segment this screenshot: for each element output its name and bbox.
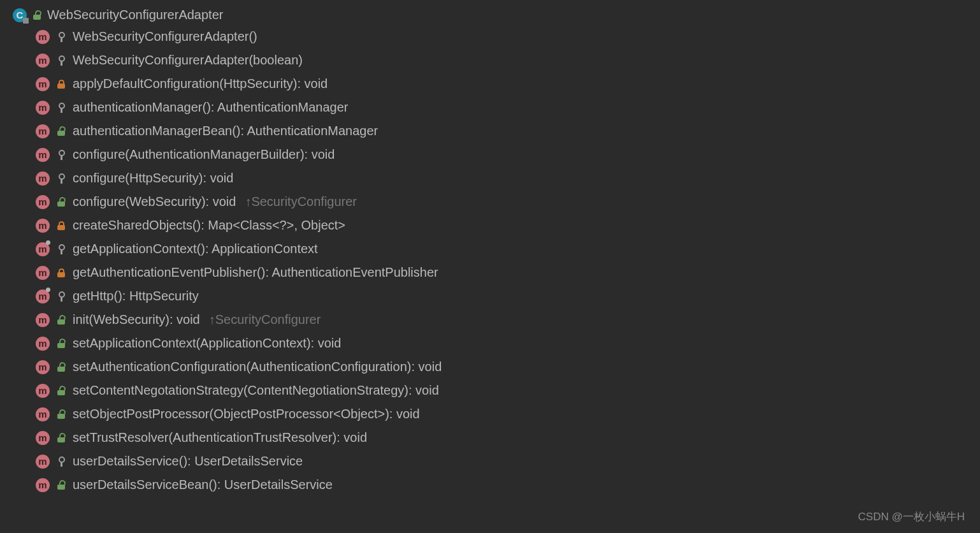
open-lock-icon bbox=[56, 408, 66, 421]
closed-lock-icon bbox=[56, 78, 66, 91]
method-icon: m bbox=[36, 54, 50, 68]
override-indicator: ↑SecurityConfigurer bbox=[245, 194, 357, 209]
key-icon bbox=[56, 290, 66, 303]
structure-member-row[interactable]: mapplyDefaultConfiguration(HttpSecurity)… bbox=[0, 72, 980, 96]
watermark: CSDN @一枚小蜗牛H bbox=[858, 509, 965, 524]
member-signature: setApplicationContext(ApplicationContext… bbox=[73, 336, 341, 351]
open-lock-icon bbox=[56, 196, 66, 208]
open-lock-icon bbox=[56, 125, 66, 138]
structure-member-row[interactable]: msetTrustResolver(AuthenticationTrustRes… bbox=[0, 426, 980, 449]
method-icon: m bbox=[36, 407, 50, 421]
structure-member-row[interactable]: msetAuthenticationConfiguration(Authenti… bbox=[0, 355, 980, 379]
structure-member-row[interactable]: mgetAuthenticationEventPublisher(): Auth… bbox=[0, 261, 980, 284]
method-icon: m bbox=[36, 266, 50, 280]
structure-member-row[interactable]: minit(WebSecurity): void↑SecurityConfigu… bbox=[0, 308, 980, 332]
class-icon: C bbox=[13, 8, 27, 22]
structure-member-row[interactable]: mconfigure(AuthenticationManagerBuilder)… bbox=[0, 143, 980, 166]
method-icon: m bbox=[36, 219, 50, 233]
method-icon: m bbox=[36, 337, 50, 351]
method-icon: m bbox=[36, 77, 50, 91]
structure-member-row[interactable]: msetApplicationContext(ApplicationContex… bbox=[0, 332, 980, 355]
structure-member-row[interactable]: mWebSecurityConfigurerAdapter(boolean) bbox=[0, 48, 980, 72]
class-name: WebSecurityConfigurerAdapter bbox=[47, 8, 223, 22]
open-lock-icon bbox=[56, 314, 66, 326]
member-signature: applyDefaultConfiguration(HttpSecurity):… bbox=[73, 77, 328, 91]
member-signature: setTrustResolver(AuthenticationTrustReso… bbox=[73, 430, 367, 445]
method-icon: m bbox=[36, 242, 50, 256]
member-signature: init(WebSecurity): void bbox=[73, 312, 200, 327]
member-signature: setAuthenticationConfiguration(Authentic… bbox=[73, 360, 442, 374]
key-icon bbox=[56, 243, 66, 256]
structure-member-row[interactable]: mauthenticationManager(): Authentication… bbox=[0, 96, 980, 119]
member-signature: WebSecurityConfigurerAdapter() bbox=[73, 29, 257, 44]
member-signature: userDetailsServiceBean(): UserDetailsSer… bbox=[73, 478, 333, 492]
method-icon: m bbox=[36, 478, 50, 492]
open-lock-icon bbox=[56, 384, 66, 397]
override-indicator: ↑SecurityConfigurer bbox=[209, 312, 321, 327]
structure-member-row[interactable]: mgetHttp(): HttpSecurity bbox=[0, 284, 980, 308]
member-signature: setObjectPostProcessor(ObjectPostProcess… bbox=[73, 407, 420, 421]
method-icon: m bbox=[36, 431, 50, 445]
closed-lock-icon bbox=[56, 266, 66, 279]
member-signature: configure(WebSecurity): void bbox=[73, 194, 236, 209]
method-icon: m bbox=[36, 124, 50, 138]
method-icon: m bbox=[36, 101, 50, 115]
method-icon: m bbox=[36, 172, 50, 186]
open-lock-icon bbox=[56, 432, 66, 444]
key-icon bbox=[56, 455, 66, 468]
open-lock-icon bbox=[56, 337, 66, 350]
member-signature: configure(HttpSecurity): void bbox=[73, 171, 233, 186]
member-signature: configure(AuthenticationManagerBuilder):… bbox=[73, 147, 335, 162]
member-signature: WebSecurityConfigurerAdapter(boolean) bbox=[73, 53, 303, 68]
method-icon: m bbox=[36, 30, 50, 44]
member-signature: getAuthenticationEventPublisher(): Authe… bbox=[73, 265, 438, 280]
structure-member-row[interactable]: mWebSecurityConfigurerAdapter() bbox=[0, 25, 980, 48]
structure-member-row[interactable]: mconfigure(WebSecurity): void↑SecurityCo… bbox=[0, 190, 980, 214]
method-icon: m bbox=[36, 360, 50, 374]
member-signature: userDetailsService(): UserDetailsService bbox=[73, 454, 303, 469]
key-icon bbox=[56, 172, 66, 185]
key-icon bbox=[56, 31, 66, 43]
structure-member-row[interactable]: mgetApplicationContext(): ApplicationCon… bbox=[0, 237, 980, 261]
method-icon: m bbox=[36, 313, 50, 327]
key-icon bbox=[56, 101, 66, 114]
structure-member-row[interactable]: muserDetailsServiceBean(): UserDetailsSe… bbox=[0, 473, 980, 497]
member-signature: authenticationManager(): AuthenticationM… bbox=[73, 100, 349, 115]
structure-member-row[interactable]: mcreateSharedObjects(): Map<Class<?>, Ob… bbox=[0, 214, 980, 237]
member-signature: setContentNegotationStrategy(ContentNego… bbox=[73, 383, 439, 398]
method-icon: m bbox=[36, 384, 50, 398]
member-signature: getHttp(): HttpSecurity bbox=[73, 289, 199, 303]
key-icon bbox=[56, 54, 66, 67]
open-lock-icon bbox=[56, 361, 66, 374]
member-signature: createSharedObjects(): Map<Class<?>, Obj… bbox=[73, 218, 345, 233]
closed-lock-icon bbox=[56, 219, 66, 232]
class-header[interactable]: C WebSecurityConfigurerAdapter bbox=[0, 5, 980, 25]
structure-member-row[interactable]: msetObjectPostProcessor(ObjectPostProces… bbox=[0, 402, 980, 426]
structure-member-row[interactable]: muserDetailsService(): UserDetailsServic… bbox=[0, 449, 980, 473]
key-icon bbox=[56, 149, 66, 161]
open-lock-icon bbox=[56, 479, 66, 492]
method-icon: m bbox=[36, 289, 50, 303]
open-lock-icon bbox=[32, 9, 42, 22]
method-icon: m bbox=[36, 148, 50, 162]
member-signature: getApplicationContext(): ApplicationCont… bbox=[73, 242, 318, 256]
structure-member-row[interactable]: mauthenticationManagerBean(): Authentica… bbox=[0, 119, 980, 143]
structure-member-row[interactable]: msetContentNegotationStrategy(ContentNeg… bbox=[0, 379, 980, 402]
method-icon: m bbox=[36, 455, 50, 469]
method-icon: m bbox=[36, 195, 50, 209]
structure-members-list: mWebSecurityConfigurerAdapter()mWebSecur… bbox=[0, 25, 980, 497]
structure-member-row[interactable]: mconfigure(HttpSecurity): void bbox=[0, 166, 980, 190]
member-signature: authenticationManagerBean(): Authenticat… bbox=[73, 124, 378, 138]
